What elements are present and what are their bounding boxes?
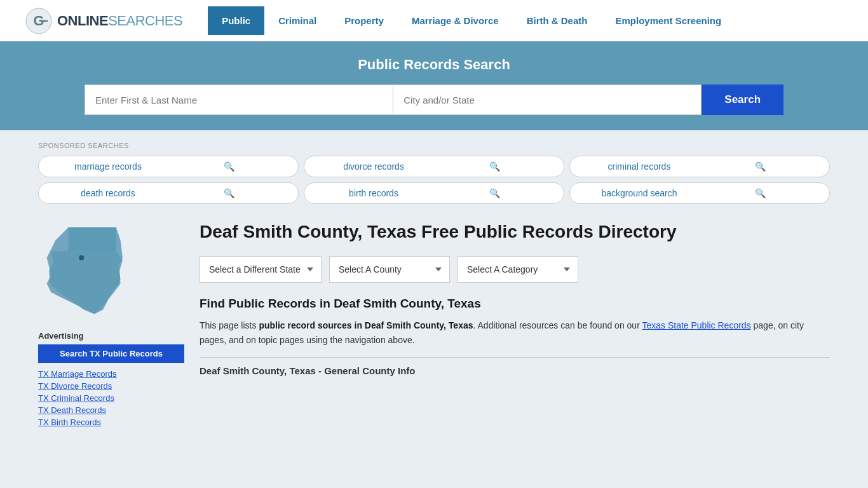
sidebar-link-divorce[interactable]: TX Divorce Records bbox=[38, 381, 184, 391]
nav-property[interactable]: Property bbox=[330, 6, 398, 35]
category-dropdown[interactable]: Select A Category bbox=[458, 256, 578, 283]
location-input[interactable] bbox=[393, 85, 702, 115]
svg-point-3 bbox=[79, 255, 84, 260]
name-input[interactable] bbox=[85, 85, 393, 115]
search-icon-4: 🔍 bbox=[168, 188, 289, 198]
desc-link[interactable]: Texas State Public Records bbox=[642, 320, 750, 330]
pill-criminal-records[interactable]: criminal records 🔍 bbox=[569, 156, 830, 177]
nav-public[interactable]: Public bbox=[208, 6, 264, 35]
nav-birth-death[interactable]: Birth & Death bbox=[513, 6, 602, 35]
search-icon-2: 🔍 bbox=[434, 161, 555, 172]
search-banner-title: Public Records Search bbox=[25, 57, 843, 73]
sponsored-grid: marriage records 🔍 divorce records 🔍 cri… bbox=[38, 156, 830, 204]
sidebar-link-marriage[interactable]: TX Marriage Records bbox=[38, 369, 184, 379]
county-dropdown[interactable]: Select A County bbox=[329, 256, 450, 283]
main-content: Deaf Smith County, Texas Free Public Rec… bbox=[200, 210, 830, 430]
page-title: Deaf Smith County, Texas Free Public Rec… bbox=[200, 220, 830, 243]
search-button[interactable]: Search bbox=[702, 85, 783, 115]
nav-marriage-divorce[interactable]: Marriage & Divorce bbox=[398, 6, 513, 35]
main-nav: Public Criminal Property Marriage & Divo… bbox=[208, 6, 735, 35]
pill-criminal-label: criminal records bbox=[579, 161, 700, 172]
state-dropdown[interactable]: Select a Different State bbox=[200, 256, 322, 283]
advertising-label: Advertising bbox=[38, 331, 184, 341]
ad-button[interactable]: Search TX Public Records bbox=[38, 344, 184, 363]
logo-icon: G bbox=[25, 8, 52, 34]
sponsored-label: SPONSORED SEARCHES bbox=[38, 142, 830, 149]
sponsored-section: SPONSORED SEARCHES marriage records 🔍 di… bbox=[38, 130, 830, 210]
search-banner: Public Records Search Search bbox=[0, 41, 868, 130]
sidebar-link-criminal[interactable]: TX Criminal Records bbox=[38, 393, 184, 403]
nav-criminal[interactable]: Criminal bbox=[264, 6, 330, 35]
desc-part1: This page lists bbox=[200, 320, 259, 330]
nav-employment[interactable]: Employment Screening bbox=[601, 6, 735, 35]
pill-divorce-records[interactable]: divorce records 🔍 bbox=[304, 156, 564, 177]
sidebar: Advertising Search TX Public Records TX … bbox=[38, 210, 184, 430]
pill-background-label: background search bbox=[579, 188, 700, 198]
search-icon-6: 🔍 bbox=[700, 188, 820, 198]
pill-divorce-label: divorce records bbox=[313, 161, 434, 172]
sidebar-link-death[interactable]: TX Death Records bbox=[38, 405, 184, 415]
description: This page lists public record sources in… bbox=[200, 318, 830, 347]
search-icon-1: 🔍 bbox=[168, 161, 289, 172]
logo[interactable]: G ONLINESEARCHES bbox=[25, 8, 182, 34]
pill-marriage-label: marriage records bbox=[48, 161, 168, 172]
dropdowns-row: Select a Different State Select A County… bbox=[200, 256, 830, 283]
pill-death-label: death records bbox=[48, 188, 168, 198]
pill-background-search[interactable]: background search 🔍 bbox=[569, 182, 830, 204]
county-info-title: Deaf Smith County, Texas - General Count… bbox=[200, 357, 830, 376]
pill-birth-label: birth records bbox=[313, 188, 434, 198]
search-icon-5: 🔍 bbox=[434, 188, 555, 198]
search-icon-3: 🔍 bbox=[700, 161, 820, 172]
texas-map-icon bbox=[38, 223, 133, 318]
pill-marriage-records[interactable]: marriage records 🔍 bbox=[38, 156, 299, 177]
find-title: Find Public Records in Deaf Smith County… bbox=[200, 297, 830, 311]
pill-birth-records[interactable]: birth records 🔍 bbox=[304, 182, 564, 204]
sidebar-link-birth[interactable]: TX Birth Records bbox=[38, 417, 184, 427]
logo-brand-online: ONLINESEARCHES bbox=[57, 13, 182, 29]
pill-death-records[interactable]: death records 🔍 bbox=[38, 182, 299, 204]
content-area: Advertising Search TX Public Records TX … bbox=[38, 210, 830, 430]
desc-bold: public record sources in Deaf Smith Coun… bbox=[259, 320, 473, 330]
desc-part2: . Additional resources can be found on o… bbox=[473, 320, 642, 330]
